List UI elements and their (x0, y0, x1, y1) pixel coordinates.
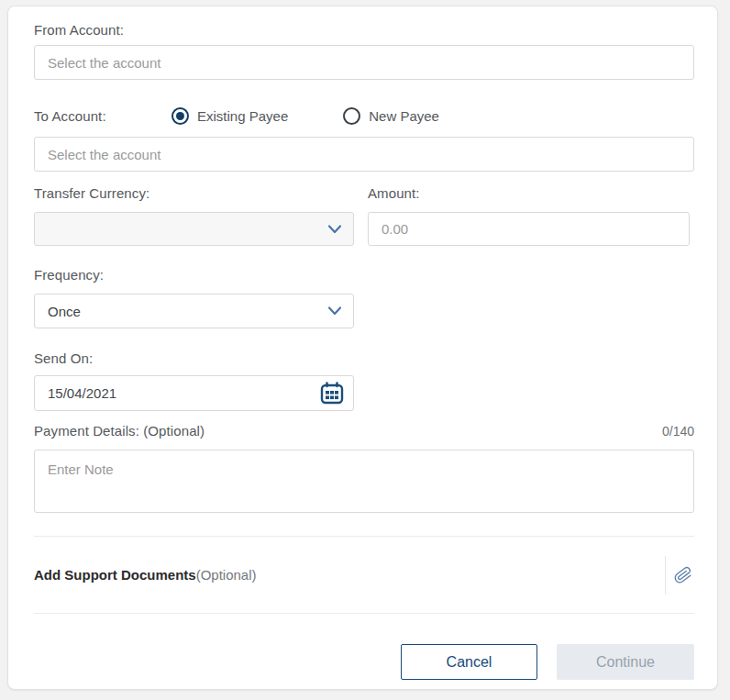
form-actions: Cancel Continue (34, 644, 694, 680)
transfer-page: From Account: To Account: Existing Payee… (0, 0, 730, 700)
from-account-input[interactable] (34, 45, 694, 80)
send-on-date-input[interactable] (34, 375, 354, 411)
radio-new-payee-label: New Payee (369, 108, 439, 124)
send-on-field (34, 375, 354, 411)
cancel-button[interactable]: Cancel (401, 644, 537, 680)
support-documents-label: Add Support Documents(Optional) (34, 567, 257, 583)
calendar-icon (320, 382, 344, 405)
to-account-row: To Account: Existing Payee New Payee (34, 104, 694, 128)
radio-circle-icon (171, 107, 189, 125)
payment-details-header: Payment Details: (Optional) 0/140 (34, 423, 694, 439)
radio-existing-payee-label: Existing Payee (197, 108, 288, 124)
amount-col: Amount: (368, 185, 690, 246)
divider (34, 613, 694, 614)
radio-circle-icon (343, 107, 360, 125)
payment-details-textarea[interactable] (34, 450, 694, 513)
from-account-label: From Account: (34, 22, 694, 38)
character-counter: 0/140 (662, 424, 694, 439)
currency-amount-row: Transfer Currency: Amount: (34, 185, 694, 246)
chevron-down-icon (328, 225, 341, 234)
transfer-currency-label: Transfer Currency: (34, 185, 354, 201)
frequency-label: Frequency: (34, 267, 694, 283)
calendar-picker-button[interactable] (319, 382, 345, 406)
attach-document-button[interactable] (665, 556, 694, 594)
support-documents-label-optional: (Optional) (196, 567, 257, 583)
amount-label: Amount: (368, 185, 690, 201)
radio-new-payee[interactable]: New Payee (343, 107, 439, 125)
continue-button[interactable]: Continue (557, 644, 694, 680)
send-on-label: Send On: (34, 350, 694, 366)
frequency-select[interactable]: Once (34, 294, 354, 328)
radio-existing-payee[interactable]: Existing Payee (171, 107, 288, 125)
support-documents-row: Add Support Documents(Optional) (34, 537, 694, 613)
transfer-currency-col: Transfer Currency: (34, 185, 354, 246)
support-documents-label-bold: Add Support Documents (34, 567, 196, 583)
to-account-input[interactable] (34, 137, 694, 172)
to-account-label: To Account: (34, 108, 171, 124)
payment-details-label: Payment Details: (Optional) (34, 423, 205, 439)
paperclip-icon (672, 562, 693, 587)
amount-input[interactable] (368, 212, 690, 246)
frequency-value: Once (48, 304, 81, 319)
transfer-form-card: From Account: To Account: Existing Payee… (7, 6, 718, 690)
transfer-currency-select[interactable] (34, 212, 354, 246)
chevron-down-icon (328, 306, 341, 316)
